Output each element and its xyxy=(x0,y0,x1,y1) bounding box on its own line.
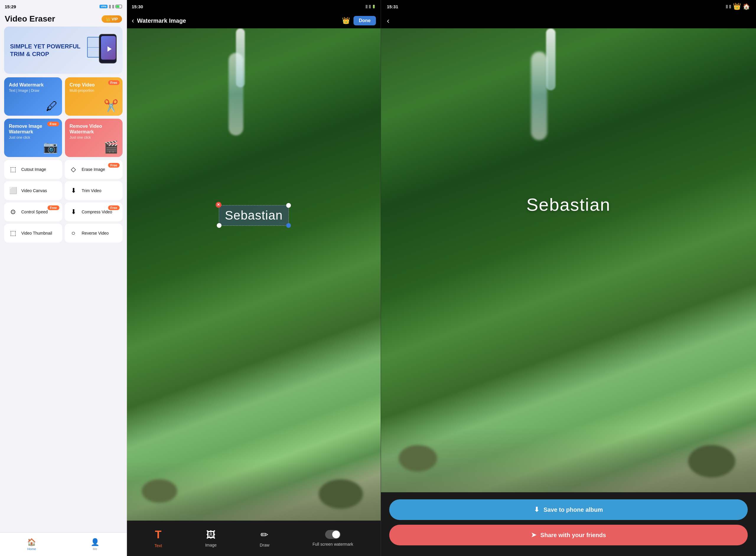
add-watermark-subtitle: Text | Image | Draw xyxy=(9,89,57,93)
s2-toolbar: T Text 🖼 Image ✏ Draw Full screen waterm… xyxy=(127,521,381,556)
add-watermark-title: Add Watermark xyxy=(9,82,57,88)
compress-icon: ⬇ xyxy=(68,207,79,217)
me-nav-label: Me xyxy=(93,547,97,551)
share-icon: ➤ xyxy=(531,531,536,539)
s2-image-area: ✕ Sebastian xyxy=(127,28,381,521)
nav-me[interactable]: 👤 Me xyxy=(64,538,127,551)
trim-label: Trim Video xyxy=(82,188,102,193)
card-remove-video[interactable]: Remove Video Watermark Just one click 🎬 xyxy=(65,118,123,157)
home-nav-label: Home xyxy=(28,547,36,551)
status-bar-3: 15:31 ⣿ ⣿ 👑 🏠 xyxy=(381,0,756,13)
thumbnail-icon: ⬚ xyxy=(8,228,18,239)
watermark-text-2: Sebastian xyxy=(225,208,283,222)
compress-free-badge: Free xyxy=(108,205,120,210)
vip-badge[interactable]: 👑 VIP xyxy=(102,15,122,23)
trim-icon: ⬇ xyxy=(68,185,79,196)
s2-title: Watermark Image xyxy=(137,18,342,24)
toolbar-draw[interactable]: ✏ Draw xyxy=(260,529,270,548)
card-row-2: Free Remove Image Watermark Just one cli… xyxy=(4,118,123,157)
tools-grid: ⬚ Cutout Image Free ◇ Erase Image ⬜ Vide… xyxy=(4,160,123,243)
save-button[interactable]: ⬇ Save to phone album xyxy=(389,499,748,520)
remove-video-title: Remove Video Watermark xyxy=(70,124,118,135)
done-button[interactable]: Done xyxy=(354,16,376,25)
erase-icon: ◇ xyxy=(68,164,79,175)
draw-tool-icon: ✏ xyxy=(260,529,268,541)
tool-control-speed[interactable]: Free ⊙ Control Speed xyxy=(4,203,62,221)
resize-handle-tr[interactable] xyxy=(286,203,291,208)
banner-line2: TRIM & CROP xyxy=(10,50,80,58)
screen-result: 15:31 ⣿ ⣿ 👑 🏠 ‹ Sebastian ⬇ Save to phon… xyxy=(381,0,756,556)
status-bar-1: 15:29 VPN ⣿ ⣿ xyxy=(0,0,127,13)
toolbar-fullscreen[interactable]: Full screen watermark xyxy=(313,530,353,547)
s3-header: ‹ xyxy=(381,13,756,28)
card-row-1: Add Watermark Text | Image | Draw 🖊 Free… xyxy=(4,77,123,116)
screen-watermark: 15:30 ⣿ ⣿ 🔋 ‹ Watermark Image 👑 Done ✕ S… xyxy=(127,0,381,556)
speed-free-badge: Free xyxy=(47,205,59,210)
s3-image-area: Sebastian xyxy=(381,28,756,492)
text-tool-label: Text xyxy=(155,543,162,548)
toolbar-text[interactable]: T Text xyxy=(155,528,162,548)
tool-compress-video[interactable]: Free ⬇ Compress Video xyxy=(65,203,123,221)
remove-image-icon: 📷 xyxy=(43,140,58,154)
toggle-knob xyxy=(332,531,340,538)
canvas-label: Video Canvas xyxy=(21,188,47,193)
back-button-3[interactable]: ‹ xyxy=(387,16,390,25)
download-icon: ⬇ xyxy=(534,506,539,514)
tool-cutout-image[interactable]: ⬚ Cutout Image xyxy=(4,160,62,179)
scroll-area: SIMPLE YET POWERFUL TRIM & CROP Add Wate… xyxy=(0,27,127,532)
waterfall-background-2 xyxy=(127,28,381,521)
tool-trim-video[interactable]: ⬇ Trim Video xyxy=(65,181,123,200)
watermark-selection[interactable]: ✕ Sebastian xyxy=(219,205,289,226)
resize-handle-bl[interactable] xyxy=(217,223,222,228)
card-add-watermark[interactable]: Add Watermark Text | Image | Draw 🖊 xyxy=(4,77,62,116)
vpn-badge: VPN xyxy=(100,5,107,8)
erase-free-badge: Free xyxy=(108,163,120,168)
battery xyxy=(116,5,122,8)
remove-image-subtitle: Just one click xyxy=(9,135,57,140)
tool-erase-image[interactable]: Free ◇ Erase Image xyxy=(65,160,123,179)
toolbar-image[interactable]: 🖼 Image xyxy=(205,529,217,548)
resize-handle-br[interactable] xyxy=(286,223,291,228)
crown-icon-2: 👑 xyxy=(342,17,350,25)
thumbnail-label: Video Thumbnail xyxy=(21,231,52,236)
add-watermark-icon: 🖊 xyxy=(46,100,58,113)
banner-graphic xyxy=(84,31,117,69)
s3-bottom: ⬇ Save to phone album ➤ Share with your … xyxy=(381,492,756,556)
reverse-label: Reverse Video xyxy=(82,231,109,236)
share-button[interactable]: ➤ Share with your friends xyxy=(389,525,748,545)
reverse-icon: ○ xyxy=(68,228,79,239)
cutout-label: Cutout Image xyxy=(21,167,46,172)
phone-body xyxy=(99,34,117,64)
time-1: 15:29 xyxy=(5,4,16,9)
crop-video-subtitle: Multi-proportion xyxy=(70,89,118,93)
image-tool-label: Image xyxy=(205,543,217,548)
phone-screen xyxy=(101,36,116,60)
image-tool-icon: 🖼 xyxy=(206,529,216,541)
me-nav-icon: 👤 xyxy=(91,538,100,546)
back-button-2[interactable]: ‹ xyxy=(132,16,134,25)
result-watermark-text: Sebastian xyxy=(527,195,611,215)
watermark-close[interactable]: ✕ xyxy=(216,202,222,208)
tool-video-thumbnail[interactable]: ⬚ Video Thumbnail xyxy=(4,224,62,243)
banner[interactable]: SIMPLE YET POWERFUL TRIM & CROP xyxy=(4,27,123,74)
bottom-nav: 🏠 Home 👤 Me xyxy=(0,532,127,556)
banner-line1: SIMPLE YET POWERFUL xyxy=(10,42,80,50)
time-3: 15:31 xyxy=(387,4,398,9)
s3-status-icons: ⣿ ⣿ 👑 🏠 xyxy=(726,3,750,10)
tool-video-canvas[interactable]: ⬜ Video Canvas xyxy=(4,181,62,200)
speed-label: Control Speed xyxy=(21,210,48,214)
crown-icon: 👑 xyxy=(106,17,110,21)
tool-reverse-video[interactable]: ○ Reverse Video xyxy=(65,224,123,243)
compress-label: Compress Video xyxy=(82,210,112,214)
remove-video-icon: 🎬 xyxy=(104,140,119,154)
battery-fill xyxy=(116,5,119,8)
card-crop-video[interactable]: Free Crop Video Multi-proportion ✂️ xyxy=(65,77,123,116)
fullscreen-toggle[interactable] xyxy=(325,530,340,539)
nav-home[interactable]: 🏠 Home xyxy=(0,538,64,551)
remove-video-subtitle: Just one click xyxy=(70,135,118,140)
erase-label: Erase Image xyxy=(82,167,105,172)
waterfall-background-3 xyxy=(381,28,756,492)
banner-text: SIMPLE YET POWERFUL TRIM & CROP xyxy=(10,42,80,58)
card-remove-image[interactable]: Free Remove Image Watermark Just one cli… xyxy=(4,118,62,157)
fullscreen-label: Full screen watermark xyxy=(313,542,353,547)
